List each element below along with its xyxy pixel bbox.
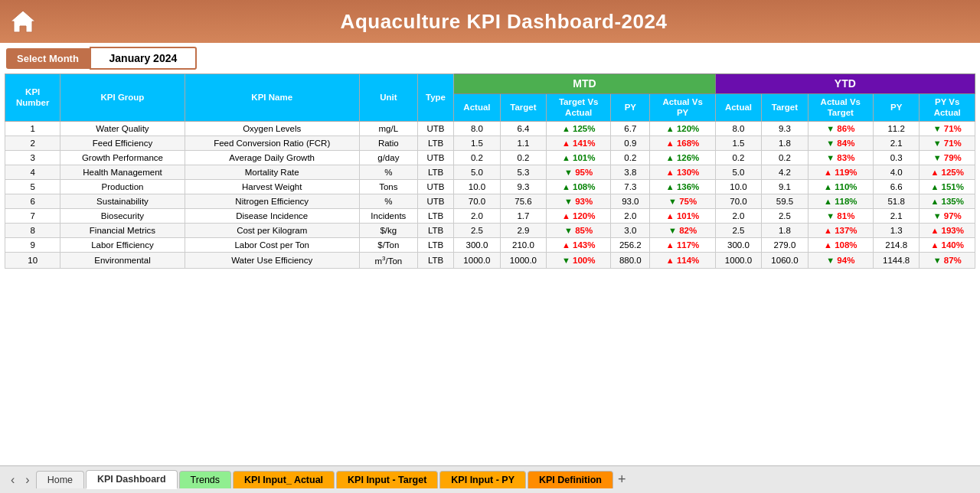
ytd-col-target: Target	[762, 93, 808, 122]
cell-type: LTB	[417, 136, 453, 151]
cell-ytd-target: 0.2	[762, 151, 808, 165]
cell-ytd-avt: ▲ 110%	[808, 180, 873, 194]
mtd-col-tva: Target VsActual	[547, 93, 611, 122]
cell-ytd-actual: 5.0	[715, 165, 762, 180]
cell-type: LTB	[417, 224, 453, 238]
cell-group: Production	[60, 180, 185, 194]
cell-mtd-actual: 300.0	[454, 238, 501, 253]
cell-num: 7	[5, 209, 60, 224]
cell-mtd-tva: ▲ 141%	[547, 136, 611, 151]
cell-ytd-avt: ▼ 81%	[808, 209, 873, 224]
mtd-col-avp: Actual VsPY	[650, 93, 715, 122]
tab-kpi-dashboard[interactable]: KPI Dashboard	[86, 470, 178, 489]
arrow-down-icon: ▼	[826, 153, 835, 162]
cell-mtd-py: 3.8	[611, 165, 650, 180]
cell-mtd-avp: ▼ 75%	[650, 194, 715, 209]
tab-trends[interactable]: Trends	[179, 471, 231, 488]
cell-mtd-actual: 1.5	[454, 136, 501, 151]
arrow-up-red-icon: ▲	[666, 256, 675, 265]
cell-ytd-target: 279.0	[762, 238, 808, 253]
cell-mtd-target: 9.3	[500, 180, 547, 194]
cell-ytd-avt: ▼ 94%	[808, 253, 873, 269]
col-header-kpi-name: KPI Name	[185, 74, 359, 122]
cell-ytd-target: 1.8	[762, 136, 808, 151]
cell-mtd-tva: ▲ 108%	[547, 180, 611, 194]
mtd-col-py: PY	[611, 93, 650, 122]
cell-kpi-name: Disease Incidence	[185, 209, 359, 224]
cell-ytd-pva: ▲ 151%	[920, 180, 975, 194]
cell-unit: %	[359, 194, 417, 209]
cell-mtd-avp: ▲ 168%	[650, 136, 715, 151]
prev-tab-button[interactable]: ‹	[6, 472, 19, 488]
tabs-bar: ‹ › Home KPI Dashboard Trends KPI Input_…	[0, 465, 980, 493]
arrow-down-icon: ▼	[668, 197, 677, 206]
cell-mtd-py: 0.2	[611, 151, 650, 165]
cell-group: Labor Efficiency	[60, 238, 185, 253]
arrow-down-icon: ▼	[826, 139, 835, 148]
col-header-kpi-number: KPINumber	[5, 74, 60, 122]
cell-type: LTB	[417, 209, 453, 224]
add-tab-button[interactable]: +	[618, 472, 626, 488]
ytd-col-pva: PY VsActual	[920, 93, 975, 122]
cell-ytd-pva: ▼ 97%	[920, 209, 975, 224]
cell-unit: Ratio	[359, 136, 417, 151]
cell-ytd-actual: 70.0	[715, 194, 762, 209]
cell-ytd-avt: ▼ 84%	[808, 136, 873, 151]
col-header-type: Type	[417, 74, 453, 122]
cell-ytd-target: 1.8	[762, 224, 808, 238]
arrow-down-icon: ▼	[564, 197, 573, 206]
cell-unit: Incidents	[359, 209, 417, 224]
cell-num: 4	[5, 165, 60, 180]
cell-ytd-avt: ▲ 108%	[808, 238, 873, 253]
cell-ytd-py: 1.3	[873, 224, 920, 238]
cell-mtd-actual: 70.0	[454, 194, 501, 209]
cell-mtd-avp: ▲ 114%	[650, 253, 715, 269]
cell-group: Sustainability	[60, 194, 185, 209]
svg-marker-0	[11, 11, 35, 32]
cell-mtd-actual: 5.0	[454, 165, 501, 180]
cell-ytd-pva: ▲ 125%	[920, 165, 975, 180]
cell-ytd-py: 1144.8	[873, 253, 920, 269]
arrow-down-icon: ▼	[933, 256, 942, 265]
cell-type: UTB	[417, 122, 453, 136]
mtd-col-target: Target	[500, 93, 547, 122]
arrow-up-red-icon: ▲	[666, 139, 675, 148]
tab-kpi-input-target[interactable]: KPI Input - Target	[336, 471, 438, 488]
cell-mtd-target: 5.3	[500, 165, 547, 180]
tab-kpi-input-py[interactable]: KPI Input - PY	[439, 471, 526, 488]
cell-mtd-avp: ▲ 117%	[650, 238, 715, 253]
cell-mtd-avp: ▲ 120%	[650, 122, 715, 136]
cell-mtd-target: 1.1	[500, 136, 547, 151]
cell-mtd-actual: 0.2	[454, 151, 501, 165]
cell-ytd-target: 2.5	[762, 209, 808, 224]
month-selector-row: Select Month January 2024	[0, 43, 980, 73]
cell-num: 10	[5, 253, 60, 269]
cell-ytd-actual: 1000.0	[715, 253, 762, 269]
cell-ytd-avt: ▼ 86%	[808, 122, 873, 136]
cell-kpi-name: Nitrogen Efficiency	[185, 194, 359, 209]
current-month-display: January 2024	[90, 47, 197, 70]
arrow-up-red-icon: ▲	[824, 226, 832, 235]
cell-mtd-tva: ▼ 85%	[547, 224, 611, 238]
cell-kpi-name: Average Daily Growth	[185, 151, 359, 165]
cell-ytd-py: 4.0	[873, 165, 920, 180]
cell-ytd-target: 1060.0	[762, 253, 808, 269]
tab-home[interactable]: Home	[36, 471, 84, 488]
cell-ytd-actual: 2.5	[715, 224, 762, 238]
table-row: 10 Environmental Water Use Efficiency m3…	[5, 253, 975, 269]
cell-unit: mg/L	[359, 122, 417, 136]
home-icon[interactable]	[9, 8, 37, 35]
next-tab-button[interactable]: ›	[21, 472, 34, 488]
tab-kpi-definition[interactable]: KPI Definition	[528, 471, 613, 488]
cell-ytd-py: 214.8	[873, 238, 920, 253]
tab-kpi-input-actual[interactable]: KPI Input_ Actual	[233, 471, 335, 488]
select-month-button[interactable]: Select Month	[6, 48, 90, 69]
cell-mtd-target: 0.2	[500, 151, 547, 165]
cell-ytd-py: 6.6	[873, 180, 920, 194]
cell-type: LTB	[417, 165, 453, 180]
cell-mtd-avp: ▲ 126%	[650, 151, 715, 165]
arrow-down-icon: ▼	[933, 153, 942, 162]
cell-mtd-py: 0.9	[611, 136, 650, 151]
cell-mtd-py: 6.7	[611, 122, 650, 136]
table-row: 7 Biosecurity Disease Incidence Incident…	[5, 209, 975, 224]
